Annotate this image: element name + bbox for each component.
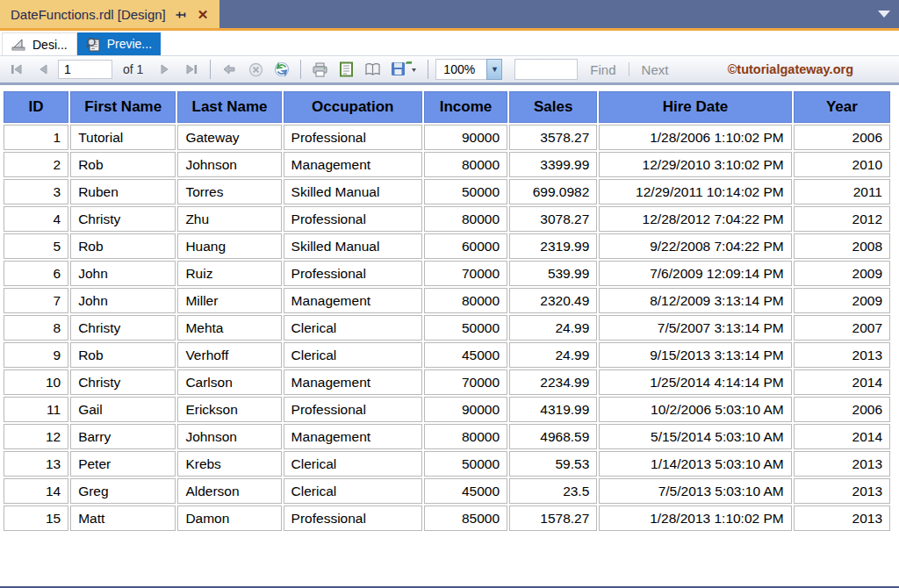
- next-page-button[interactable]: [154, 58, 176, 81]
- print-layout-button[interactable]: [334, 58, 357, 81]
- table-cell: Management: [284, 288, 422, 313]
- table-cell: 2014: [794, 369, 890, 395]
- table-cell: Johnson: [177, 152, 281, 177]
- table-cell: 2234.99: [509, 369, 597, 395]
- toolbar-separator: [210, 60, 211, 79]
- back-to-parent-button[interactable]: [218, 58, 241, 81]
- table-cell: 15: [4, 506, 68, 531]
- previous-page-button[interactable]: [32, 58, 54, 81]
- table-cell: Erickson: [177, 397, 281, 422]
- table-cell: Professional: [284, 125, 422, 150]
- table-cell: Management: [284, 369, 422, 395]
- table-row: 13PeterKrebsClerical5000059.531/14/2013 …: [4, 451, 890, 477]
- table-row: 1TutorialGatewayProfessional900003578.27…: [4, 125, 890, 150]
- next-page-icon: [159, 63, 171, 75]
- report-table: IDFirst NameLast NameOccupationIncomeSal…: [2, 90, 892, 533]
- table-row: 5RobHuangSkilled Manual600002319.999/22/…: [4, 233, 890, 259]
- table-cell: 2009: [794, 261, 890, 286]
- table-cell: Professional: [284, 397, 422, 422]
- page-setup-icon: [364, 62, 381, 76]
- zoom-value: 100%: [435, 59, 486, 80]
- first-page-button[interactable]: [5, 58, 28, 81]
- table-cell: 11: [4, 397, 68, 422]
- table-cell: 2009: [794, 288, 890, 313]
- page-number-input[interactable]: [58, 60, 112, 79]
- tab-preview[interactable]: Previe...: [77, 32, 161, 55]
- table-cell: Damon: [177, 506, 281, 531]
- table-cell: 7/5/2013 5:03:10 AM: [599, 478, 791, 504]
- table-row: 2RobJohnsonManagement800003399.9912/29/2…: [4, 152, 890, 177]
- table-cell: Clerical: [284, 315, 422, 341]
- tab-list-dropdown-icon[interactable]: [878, 11, 890, 18]
- export-button[interactable]: [387, 58, 421, 81]
- table-cell: 50000: [424, 179, 507, 204]
- table-row: 10ChristyCarlsonManagement700002234.991/…: [4, 369, 890, 395]
- table-cell: Christy: [70, 369, 176, 395]
- back-arrow-icon: [222, 63, 236, 75]
- table-cell: Skilled Manual: [284, 233, 422, 259]
- table-cell: 13: [4, 451, 68, 477]
- table-cell: 2008: [794, 233, 890, 259]
- table-cell: Zhu: [177, 206, 281, 232]
- table-cell: Matt: [70, 506, 176, 531]
- table-cell: 1/28/2013 1:10:02 PM: [599, 506, 791, 531]
- table-cell: Greg: [70, 478, 176, 504]
- design-ruler-icon: [11, 38, 27, 51]
- table-cell: 12/29/2010 3:10:02 PM: [599, 152, 791, 177]
- page-count-label: of 1: [123, 62, 143, 76]
- table-cell: 80000: [424, 206, 507, 232]
- find-input[interactable]: [514, 59, 578, 80]
- column-header-id: ID: [4, 91, 68, 123]
- table-cell: 1: [4, 125, 68, 150]
- table-cell: 50000: [424, 315, 507, 341]
- table-cell: Clerical: [284, 451, 422, 477]
- close-icon[interactable]: ✕: [195, 7, 212, 22]
- table-cell: 1578.27: [509, 506, 597, 531]
- page-setup-button[interactable]: [361, 58, 384, 81]
- find-next-button[interactable]: Next: [642, 62, 669, 77]
- toolbar-separator: [428, 60, 428, 79]
- table-cell: Christy: [70, 315, 176, 341]
- table-row: 9RobVerhoffClerical4500024.999/15/2013 3…: [4, 342, 890, 368]
- table-cell: 90000: [424, 125, 507, 150]
- table-cell: Rob: [70, 233, 176, 259]
- table-cell: 7: [4, 288, 68, 313]
- table-cell: Rob: [70, 152, 176, 177]
- table-cell: Gateway: [177, 125, 281, 150]
- table-cell: Professional: [284, 206, 422, 232]
- stop-rendering-button[interactable]: [244, 58, 267, 81]
- tab-design[interactable]: Desi...: [2, 32, 77, 55]
- print-button[interactable]: [308, 58, 331, 81]
- column-header-hire-date: Hire Date: [599, 91, 791, 123]
- table-cell: 2013: [794, 451, 890, 477]
- stop-icon: [248, 62, 263, 77]
- document-tab[interactable]: DateFunctions.rdl [Design] ✕: [0, 0, 219, 28]
- pin-icon[interactable]: [175, 9, 186, 20]
- table-cell: Barry: [70, 424, 176, 449]
- table-cell: John: [70, 288, 176, 313]
- zoom-dropdown-icon[interactable]: ▼: [486, 59, 502, 80]
- table-cell: 70000: [424, 261, 507, 286]
- table-row: 8ChristyMehtaClerical5000024.997/5/2007 …: [4, 315, 890, 341]
- table-cell: 4319.99: [509, 397, 597, 422]
- table-cell: 2013: [794, 506, 890, 531]
- table-cell: Skilled Manual: [284, 179, 422, 204]
- table-cell: 9/22/2008 7:04:22 PM: [599, 233, 791, 259]
- table-cell: Carlson: [177, 369, 281, 395]
- table-row: 6JohnRuizProfessional70000539.997/6/2009…: [4, 261, 890, 286]
- table-cell: Alderson: [177, 478, 281, 504]
- last-page-button[interactable]: [180, 58, 203, 81]
- column-header-first-name: First Name: [70, 91, 176, 123]
- table-cell: Gail: [70, 397, 176, 422]
- table-cell: Clerical: [284, 478, 422, 504]
- table-cell: 2007: [794, 315, 890, 341]
- refresh-button[interactable]: [270, 58, 293, 81]
- table-cell: 9/15/2013 3:13:14 PM: [599, 342, 791, 368]
- table-cell: 2006: [794, 397, 890, 422]
- table-cell: 50000: [424, 451, 507, 477]
- find-button[interactable]: Find: [590, 62, 615, 77]
- table-cell: Clerical: [284, 342, 422, 368]
- table-cell: Professional: [284, 506, 422, 531]
- zoom-combobox[interactable]: 100% ▼: [435, 59, 502, 80]
- tab-preview-label: Previe...: [107, 37, 152, 51]
